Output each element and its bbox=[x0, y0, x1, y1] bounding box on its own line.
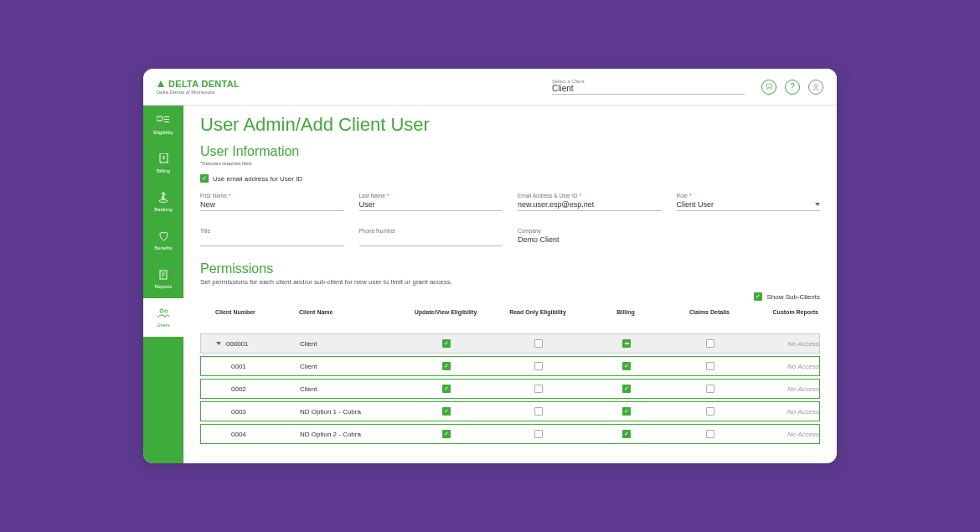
sidebar-item-billing[interactable]: $ Billing bbox=[143, 144, 183, 183]
col-reports: Custom Reports bbox=[751, 309, 827, 315]
read-checkbox[interactable] bbox=[534, 362, 543, 370]
claims-checkbox[interactable] bbox=[706, 339, 714, 348]
reports-access[interactable]: No Access bbox=[752, 431, 828, 438]
sidebar-item-label: Users bbox=[157, 323, 170, 328]
sidebar: Eligibility $ Billing Banking Benefits bbox=[143, 106, 183, 463]
update-checkbox[interactable]: ✓ bbox=[442, 362, 451, 370]
help-icon[interactable]: ? bbox=[785, 80, 800, 95]
eligibility-icon bbox=[157, 115, 170, 128]
banking-icon bbox=[158, 192, 168, 205]
col-client-name: Client Name bbox=[299, 309, 400, 315]
title-input[interactable] bbox=[200, 235, 344, 246]
svg-rect-4 bbox=[164, 119, 169, 120]
reports-access[interactable]: No Access bbox=[752, 408, 828, 416]
email-field[interactable]: Email Address & User ID* new.user.esp@es… bbox=[518, 193, 662, 211]
tooth-icon[interactable] bbox=[761, 80, 776, 95]
first-name-input[interactable]: New bbox=[200, 200, 344, 211]
svg-point-12 bbox=[160, 309, 163, 312]
table-body: 000001 Client ✓ No Access 0001 Client ✓ … bbox=[200, 333, 820, 444]
svg-point-13 bbox=[164, 310, 167, 312]
use-email-label: Use email address for User ID bbox=[213, 175, 302, 183]
sidebar-item-label: Reports bbox=[154, 284, 172, 289]
expand-icon[interactable] bbox=[216, 342, 221, 345]
table-row: 0002 Client ✓ ✓ No Access bbox=[200, 379, 820, 399]
last-name-input[interactable]: User bbox=[359, 200, 503, 211]
billing-checkbox[interactable]: ✓ bbox=[622, 362, 631, 370]
col-billing: Billing bbox=[584, 309, 668, 315]
row-name: ND Option 2 - Cobra bbox=[300, 431, 400, 438]
update-checkbox[interactable]: ✓ bbox=[442, 339, 451, 348]
row-number: 0001 bbox=[208, 363, 300, 370]
sidebar-item-reports[interactable]: Reports bbox=[143, 260, 183, 298]
billing-checkbox[interactable] bbox=[622, 339, 631, 348]
col-read-eligibility: Read Only Eligibility bbox=[492, 309, 584, 315]
row-number: 0002 bbox=[208, 385, 300, 393]
reports-access[interactable]: No Access bbox=[752, 385, 828, 393]
svg-rect-3 bbox=[164, 116, 169, 117]
reports-access[interactable]: No Access bbox=[752, 340, 828, 348]
reports-access[interactable]: No Access bbox=[752, 363, 828, 370]
sidebar-item-label: Benefits bbox=[154, 245, 173, 251]
read-checkbox[interactable] bbox=[534, 407, 543, 416]
table-row: 000001 Client ✓ No Access bbox=[200, 333, 820, 354]
col-claims: Claims Details bbox=[668, 309, 751, 315]
sidebar-item-banking[interactable]: Banking bbox=[143, 183, 183, 221]
row-number[interactable]: 000001 bbox=[208, 340, 300, 348]
brand-logo: DELTA DENTAL bbox=[157, 79, 240, 89]
client-selector[interactable]: Select a Client Client bbox=[552, 79, 745, 95]
brand-text: DELTA DENTAL bbox=[168, 79, 240, 89]
form-grid: First Name* New Last Name* User Email Ad… bbox=[200, 193, 820, 246]
chevron-down-icon bbox=[815, 203, 820, 206]
brand-subtitle: Delta Dental of Minnesota bbox=[157, 90, 240, 95]
billing-checkbox[interactable]: ✓ bbox=[622, 430, 631, 438]
show-sub-clients-row[interactable]: ✓ Show Sub-Clients bbox=[200, 292, 820, 301]
reports-icon bbox=[159, 269, 168, 282]
row-number: 0004 bbox=[208, 431, 300, 438]
main-area: Eligibility $ Billing Banking Benefits bbox=[143, 106, 837, 463]
sidebar-item-label: Eligibility bbox=[153, 130, 173, 135]
claims-checkbox[interactable] bbox=[706, 407, 714, 416]
sidebar-item-users[interactable]: Users bbox=[143, 298, 183, 337]
billing-icon: $ bbox=[159, 153, 168, 167]
top-header: DELTA DENTAL Delta Dental of Minnesota S… bbox=[143, 69, 837, 106]
email-input[interactable]: new.user.esp@esp.net bbox=[518, 200, 662, 211]
use-email-checkbox-row[interactable]: ✓ Use email address for User ID bbox=[200, 174, 820, 183]
required-note: *Denotes required field. bbox=[200, 161, 820, 166]
svg-rect-5 bbox=[164, 121, 169, 122]
phone-input[interactable] bbox=[359, 235, 503, 246]
phone-field[interactable]: Phone Number bbox=[359, 228, 503, 246]
svg-text:$: $ bbox=[162, 155, 165, 160]
page-title: User Admin/Add Client User bbox=[200, 114, 820, 136]
sidebar-item-eligibility[interactable]: Eligibility bbox=[143, 106, 183, 144]
sidebar-item-label: Billing bbox=[157, 168, 170, 173]
last-name-field[interactable]: Last Name* User bbox=[359, 193, 503, 211]
billing-checkbox[interactable]: ✓ bbox=[622, 407, 631, 416]
role-select[interactable]: Client User bbox=[677, 200, 821, 211]
use-email-checkbox[interactable]: ✓ bbox=[200, 174, 209, 183]
role-field[interactable]: Role* Client User bbox=[677, 193, 821, 211]
profile-icon[interactable] bbox=[808, 80, 823, 95]
col-client-number: Client Number bbox=[207, 309, 299, 315]
read-checkbox[interactable] bbox=[534, 430, 543, 438]
row-name: ND Option 1 - Cobra bbox=[300, 408, 400, 416]
billing-checkbox[interactable]: ✓ bbox=[622, 385, 631, 393]
company-field: Company Demo Client bbox=[518, 228, 662, 246]
first-name-field[interactable]: First Name* New bbox=[200, 193, 344, 211]
update-checkbox[interactable]: ✓ bbox=[442, 407, 451, 416]
claims-checkbox[interactable] bbox=[706, 385, 714, 393]
claims-checkbox[interactable] bbox=[706, 430, 714, 438]
row-name: Client bbox=[300, 340, 400, 348]
table-row: 0003 ND Option 1 - Cobra ✓ ✓ No Access bbox=[200, 401, 820, 421]
delta-icon bbox=[157, 80, 165, 88]
title-field[interactable]: Title bbox=[200, 228, 344, 246]
update-checkbox[interactable]: ✓ bbox=[442, 430, 451, 438]
sidebar-item-benefits[interactable]: Benefits bbox=[143, 221, 183, 260]
claims-checkbox[interactable] bbox=[706, 362, 714, 370]
show-sub-checkbox[interactable]: ✓ bbox=[754, 292, 762, 301]
benefits-icon bbox=[159, 230, 168, 244]
app-window: DELTA DENTAL Delta Dental of Minnesota S… bbox=[143, 69, 837, 463]
table-row: 0001 Client ✓ ✓ No Access bbox=[200, 356, 820, 376]
update-checkbox[interactable]: ✓ bbox=[442, 385, 451, 393]
read-checkbox[interactable] bbox=[534, 385, 543, 393]
read-checkbox[interactable] bbox=[534, 339, 543, 348]
